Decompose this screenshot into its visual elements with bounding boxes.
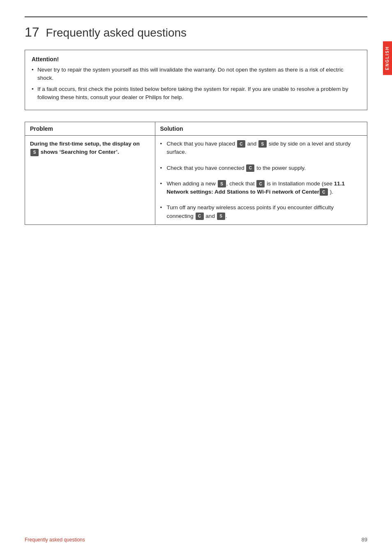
attention-label: Attention! <box>32 56 360 62</box>
problem-text: During the first-time setup, the display… <box>30 141 140 155</box>
s-icon-3: S <box>218 180 226 187</box>
section-number: 17 <box>25 25 39 40</box>
faq-table: Problem Solution During the first-time s… <box>25 122 367 225</box>
footer-right: 89 <box>362 536 367 543</box>
c-icon-2: C <box>246 164 254 172</box>
attention-list: Never try to repair the system yourself … <box>32 66 360 102</box>
solution-item-3: When adding a new S, check that C is in … <box>160 180 362 197</box>
s-icon-problem: S <box>30 149 39 156</box>
c-icon-3: C <box>256 180 265 187</box>
and-text: and <box>205 213 215 219</box>
language-tab: ENGLISH <box>383 41 392 75</box>
s-icon-4: S <box>217 213 225 220</box>
problem-cell: During the first-time setup, the display… <box>25 136 155 225</box>
language-label: ENGLISH <box>385 46 390 70</box>
c-icon-3b: C <box>320 188 328 196</box>
page-container: ENGLISH 17 Frequently asked questions At… <box>0 0 392 555</box>
table-row: During the first-time setup, the display… <box>25 136 367 225</box>
c-icon-4: C <box>196 213 204 220</box>
solution-item-4: Turn off any nearby wireless access poin… <box>160 204 362 220</box>
solution-item-2: Check that you have connected C to the p… <box>160 164 362 172</box>
bold-ref: 11.1 Network settings: Add Stations to W… <box>167 180 345 195</box>
solution-list: Check that you have placed C and S side … <box>160 140 362 220</box>
footer: Frequently asked questions 89 <box>25 536 367 543</box>
solution-item-1: Check that you have placed C and S side … <box>160 140 362 157</box>
c-icon-1: C <box>237 140 245 148</box>
attention-item-1: Never try to repair the system yourself … <box>32 66 360 83</box>
col-solution-header: Solution <box>155 122 367 136</box>
s-icon-1: S <box>258 140 267 148</box>
attention-item-2: If a fault occurs, first check the point… <box>32 85 360 102</box>
section-title: Frequently asked questions <box>46 26 187 39</box>
footer-left: Frequently asked questions <box>25 537 85 543</box>
col-problem-header: Problem <box>25 122 155 136</box>
attention-box: Attention! Never try to repair the syste… <box>25 50 367 110</box>
solution-cell: Check that you have placed C and S side … <box>155 136 367 225</box>
top-border <box>25 16 367 17</box>
section-heading: 17 Frequently asked questions <box>25 25 367 40</box>
